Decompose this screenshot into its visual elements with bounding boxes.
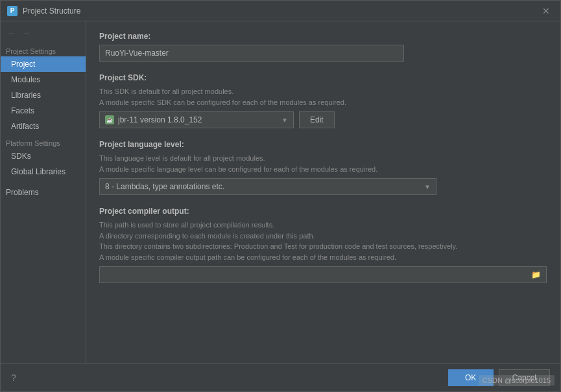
watermark: CSDN @scorpio1015 [479,375,555,386]
sidebar-item-artifacts[interactable]: Artifacts [1,119,86,134]
lang-level-dropdown[interactable]: 8 - Lambdas, type annotations etc. ▼ [99,178,436,195]
app-icon: P [7,6,18,16]
sdk-icon: ☕ [105,115,114,124]
sidebar-item-facets[interactable]: Facets [1,103,86,119]
lang-level-desc: This language level is default for all p… [99,153,547,174]
sdk-dropdown-inner: ☕ jbr-11 version 1.8.0_152 [105,115,278,124]
project-name-section: Project name: [99,32,547,62]
close-button[interactable]: ✕ [538,5,554,17]
sidebar-item-global-libraries[interactable]: Global Libraries [1,164,86,179]
project-settings-section: Project Settings [1,45,86,56]
nav-arrows: ← → [1,24,86,45]
sidebar: ← → Project Settings Project Modules Lib… [1,21,86,363]
content-area: Project name: Project SDK: This SDK is d… [86,21,560,363]
sdk-section: Project SDK: This SDK is default for all… [99,73,547,128]
project-structure-dialog: P Project Structure ✕ ← → Project Settin… [0,0,561,392]
sidebar-item-sdks[interactable]: SDKs [1,148,86,164]
sdk-desc: This SDK is default for all project modu… [99,86,547,108]
sdk-dropdown-arrow: ▼ [281,117,288,124]
dialog-title: Project Structure [23,6,538,16]
compiler-output-section: Project compiler output: This path is us… [99,207,547,283]
sidebar-item-libraries[interactable]: Libraries [1,87,86,103]
sdk-row: ☕ jbr-11 version 1.8.0_152 ▼ Edit [99,111,547,128]
lang-dropdown-arrow: ▼ [424,183,431,190]
project-name-label: Project name: [99,32,547,41]
compiler-output-input[interactable]: 📁 [99,266,547,283]
sdk-title: Project SDK: [99,73,547,82]
footer: ? OK Cancel [1,363,560,391]
back-arrow[interactable]: ← [6,27,18,40]
sdk-value: jbr-11 version 1.8.0_152 [118,115,202,124]
sidebar-item-project[interactable]: Project [1,56,86,72]
compiler-output-title: Project compiler output: [99,207,547,216]
sdk-dropdown[interactable]: ☕ jbr-11 version 1.8.0_152 ▼ [99,111,294,128]
title-bar: P Project Structure ✕ [1,1,560,21]
sidebar-item-modules[interactable]: Modules [1,72,86,87]
forward-arrow[interactable]: → [20,27,32,40]
lang-level-value: 8 - Lambdas, type annotations etc. [105,182,224,191]
main-content: ← → Project Settings Project Modules Lib… [1,21,560,363]
sidebar-item-problems[interactable]: Problems [1,185,86,200]
compiler-output-desc: This path is used to store all project c… [99,220,547,262]
help-button[interactable]: ? [11,373,16,383]
edit-sdk-button[interactable]: Edit [299,111,335,128]
project-name-input[interactable] [99,45,404,62]
lang-level-title: Project language level: [99,140,547,149]
folder-browse-icon[interactable]: 📁 [531,270,541,279]
platform-settings-section: Platform Settings [1,134,86,148]
lang-level-section: Project language level: This language le… [99,140,547,195]
